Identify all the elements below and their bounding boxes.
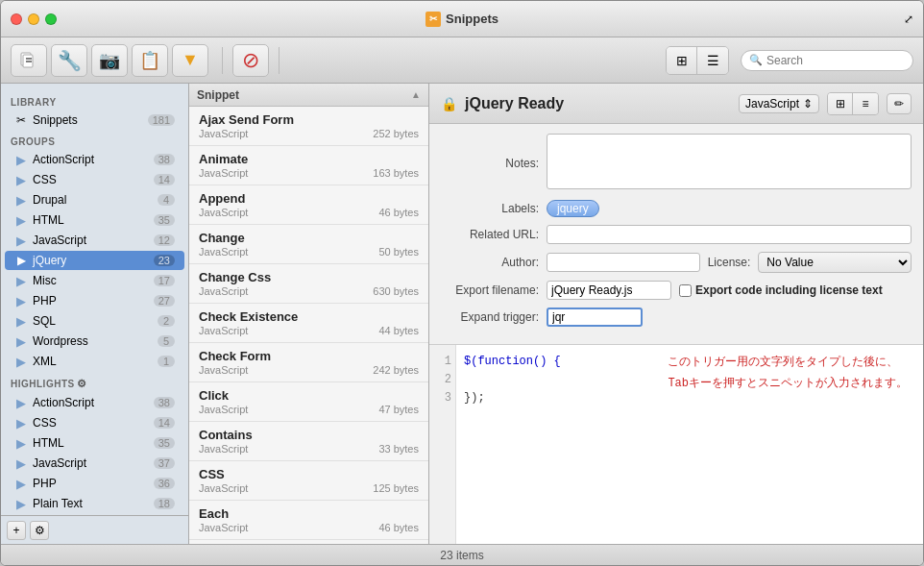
folder-icon-jquery: ▶ <box>14 254 28 267</box>
php-label: PHP <box>33 294 154 308</box>
list-view-button[interactable]: ☰ <box>697 47 728 74</box>
highlights-gear-icon[interactable]: ⚙ <box>77 378 87 390</box>
window-buttons <box>11 13 57 25</box>
export-check-checkbox[interactable] <box>679 284 692 297</box>
author-label: Author: <box>441 256 547 269</box>
css-count: 14 <box>154 174 175 185</box>
minimize-button[interactable] <box>28 13 39 25</box>
notes-textarea[interactable] <box>547 134 912 189</box>
snippet-meta: JavaScript 630 bytes <box>199 285 419 297</box>
snippet-meta: JavaScript 125 bytes <box>199 482 419 494</box>
list-item[interactable]: Animate JavaScript 163 bytes <box>189 146 428 185</box>
snippet-name: Animate <box>199 152 419 166</box>
toolbar-separator-2 <box>279 47 280 74</box>
filter-button[interactable]: ▼ <box>172 44 208 77</box>
author-section: License: No Value <box>547 252 912 273</box>
list-item[interactable]: Check Form JavaScript 242 bytes <box>189 343 428 382</box>
sidebar-item-sql[interactable]: ▶ SQL 2 <box>5 311 184 331</box>
snippet-meta: JavaScript 163 bytes <box>199 167 419 179</box>
notes-label: Notes: <box>441 157 547 170</box>
author-input[interactable] <box>547 253 700 272</box>
app-window: ✂ Snippets ⤢ 🔧 📷 📋 ▼ ⊘ ⊞ ☰ <box>0 0 924 566</box>
language-arrow-icon: ⇕ <box>803 97 813 111</box>
list-item[interactable]: Check Existence JavaScript 44 bytes <box>189 304 428 343</box>
code-content[interactable]: $(function() { }); <box>456 345 652 544</box>
code-hint: このトリガー用の文字列をタイプした後に、Tabキーを押すとスニペットが入力されま… <box>652 345 923 544</box>
new-snippet-button[interactable] <box>11 44 47 77</box>
expand-trigger-input[interactable] <box>547 308 643 327</box>
list-item[interactable]: Change JavaScript 50 bytes <box>189 225 428 264</box>
sidebar-item-misc[interactable]: ▶ Misc 17 <box>5 271 184 290</box>
sidebar-item-jquery[interactable]: ▶ jQuery 23 <box>5 251 184 270</box>
misc-label: Misc <box>33 274 154 287</box>
snippet-name: Ajax Send Form <box>199 112 419 127</box>
php-count: 27 <box>154 295 175 307</box>
sidebar-item-hl-css[interactable]: ▶ CSS 14 <box>5 413 184 432</box>
clipboard-button[interactable]: 📋 <box>132 44 168 77</box>
folder-icon-php: ▶ <box>14 294 28 308</box>
folder-icon-hl-javascript: ▶ <box>14 456 28 470</box>
related-url-input[interactable] <box>547 225 912 244</box>
sidebar-item-javascript[interactable]: ▶ JavaScript 12 <box>5 231 184 250</box>
detail-edit-button[interactable]: ✏ <box>887 93 912 114</box>
list-item[interactable]: Ajax Send Form JavaScript 252 bytes <box>189 107 428 146</box>
related-url-field <box>547 225 912 244</box>
actionscript-label: ActionScript <box>33 153 154 166</box>
status-text: 23 items <box>440 549 483 562</box>
app-icon: ✂ <box>426 12 441 27</box>
detail-list-view-button[interactable]: ≡ <box>853 93 878 114</box>
gear-button[interactable]: ⚙ <box>30 521 49 540</box>
hl-javascript-label: JavaScript <box>33 456 154 470</box>
sidebar-item-hl-php[interactable]: ▶ PHP 36 <box>5 474 184 493</box>
search-box[interactable]: 🔍 <box>741 50 913 71</box>
language-selector[interactable]: JavaScript ⇕ <box>739 94 819 113</box>
snippet-list-header: Snippet ▲ <box>189 84 428 107</box>
license-select[interactable]: No Value <box>758 252 912 273</box>
sidebar-item-actionscript[interactable]: ▶ ActionScript 38 <box>5 150 184 169</box>
search-input[interactable] <box>766 54 905 67</box>
stop-button[interactable]: ⊘ <box>232 44 269 77</box>
sidebar-item-xml[interactable]: ▶ XML 1 <box>5 352 184 371</box>
folder-icon-misc: ▶ <box>14 274 28 287</box>
list-item[interactable]: Append JavaScript 46 bytes <box>189 185 428 225</box>
list-item[interactable]: Change Css JavaScript 630 bytes <box>189 264 428 304</box>
detail-columns-view-button[interactable]: ⊞ <box>828 93 853 114</box>
wordpress-count: 5 <box>158 335 175 347</box>
edit-button[interactable]: 🔧 <box>51 44 87 77</box>
export-check-label[interactable]: Export code including license text <box>679 283 883 297</box>
sidebar-item-html[interactable]: ▶ HTML 35 <box>5 210 184 230</box>
folder-icon-hl-php: ▶ <box>14 477 28 490</box>
add-button[interactable]: + <box>7 521 26 540</box>
detail-form: Notes: Labels: jquery Related URL: <box>429 124 923 344</box>
grid-view-button[interactable]: ⊞ <box>667 47 697 74</box>
sidebar-item-snippets[interactable]: ✂ Snippets 181 <box>5 111 184 130</box>
status-bar: 23 items <box>1 544 923 565</box>
label-tag[interactable]: jquery <box>547 200 599 217</box>
line-number: 1 <box>433 353 451 371</box>
code-keyword: $(function() { <box>464 355 561 368</box>
sidebar-item-css[interactable]: ▶ CSS 14 <box>5 170 184 189</box>
close-button[interactable] <box>11 13 22 25</box>
wordpress-label: Wordpress <box>33 334 158 348</box>
sidebar-item-hl-plaintext[interactable]: ▶ Plain Text 18 <box>5 494 184 513</box>
sidebar-item-drupal[interactable]: ▶ Drupal 4 <box>5 190 184 209</box>
detail-title: jQuery Ready <box>465 95 731 112</box>
sidebar-item-hl-javascript[interactable]: ▶ JavaScript 37 <box>5 454 184 473</box>
library-header: LIBRARY <box>1 91 188 110</box>
export-filename-input[interactable] <box>547 281 671 300</box>
list-item[interactable]: Contains JavaScript 33 bytes <box>189 422 428 461</box>
list-item[interactable]: CSS JavaScript 125 bytes <box>189 461 428 501</box>
camera-button[interactable]: 📷 <box>91 44 128 77</box>
list-item[interactable]: Click JavaScript 47 bytes <box>189 382 428 422</box>
maximize-button[interactable] <box>45 13 57 25</box>
sidebar-item-hl-actionscript[interactable]: ▶ ActionScript 38 <box>5 393 184 412</box>
sidebar-item-hl-html[interactable]: ▶ HTML 35 <box>5 433 184 453</box>
detail-view-buttons: ⊞ ≡ <box>827 92 879 115</box>
drupal-label: Drupal <box>33 193 158 207</box>
toolbar-separator-1 <box>222 47 223 74</box>
folder-icon-css: ▶ <box>14 173 28 186</box>
notes-field <box>547 134 912 192</box>
sidebar-item-wordpress[interactable]: ▶ Wordpress 5 <box>5 332 184 351</box>
sidebar-item-php[interactable]: ▶ PHP 27 <box>5 291 184 310</box>
list-item[interactable]: Each JavaScript 46 bytes <box>189 501 428 540</box>
